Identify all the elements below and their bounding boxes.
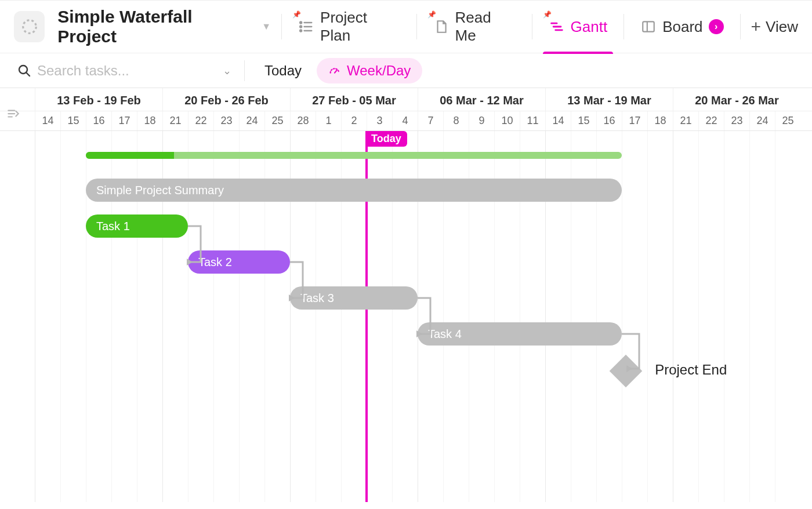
document-icon: [433, 19, 449, 35]
board-icon: [640, 19, 657, 35]
day-header[interactable]: 18: [647, 111, 673, 130]
tab-read-me[interactable]: 📌 Read Me: [427, 0, 521, 53]
search-input[interactable]: [37, 63, 211, 79]
task-bar-3[interactable]: Task 3: [290, 286, 418, 310]
day-header[interactable]: 22: [698, 111, 724, 130]
project-avatar[interactable]: [14, 11, 45, 42]
pin-icon: 📌: [292, 10, 301, 19]
day-header[interactable]: 14: [35, 111, 60, 130]
day-header[interactable]: 4: [392, 111, 418, 130]
task-bar-1[interactable]: Task 1: [86, 214, 188, 238]
day-header[interactable]: 17: [622, 111, 647, 130]
today-button[interactable]: Today: [258, 59, 309, 82]
day-header[interactable]: 11: [520, 111, 545, 130]
day-header[interactable]: 18: [137, 111, 162, 130]
overall-progress-bar[interactable]: [86, 152, 622, 159]
week-header[interactable]: 27 Feb - 05 Mar: [290, 88, 418, 111]
app-header: Simple Waterfall Project ▼ 📌 Project Pla…: [0, 0, 812, 53]
day-header[interactable]: 15: [60, 111, 86, 130]
today-marker-badge: Today: [365, 131, 407, 147]
expand-sidebar-icon[interactable]: [6, 106, 21, 123]
day-header[interactable]: 22: [188, 111, 213, 130]
progress-done: [86, 152, 174, 159]
task-label: Task 1: [96, 220, 130, 233]
day-header[interactable]: 1: [316, 111, 341, 130]
week-header[interactable]: 20 Mar - 26 Mar: [673, 88, 800, 111]
list-icon: [298, 19, 314, 35]
summary-label: Simple Project Summary: [96, 184, 224, 197]
task-label: Task 3: [300, 292, 334, 305]
day-header[interactable]: 17: [111, 111, 137, 130]
day-header[interactable]: 16: [596, 111, 622, 130]
tab-label: Project Plan: [320, 9, 400, 45]
gauge-icon: [328, 64, 341, 77]
chevron-down-icon[interactable]: ⌄: [223, 64, 231, 77]
pin-icon: 📌: [543, 10, 552, 19]
search-icon: [17, 64, 31, 78]
week-header[interactable]: 06 Mar - 12 Mar: [418, 88, 545, 111]
svg-line-14: [335, 70, 337, 73]
day-header[interactable]: 16: [86, 111, 111, 130]
tab-board[interactable]: Board ›: [635, 0, 729, 53]
gantt-chart-body[interactable]: Today Simple Project Summary Task 1 Task…: [0, 131, 812, 502]
timescale-chip[interactable]: Week/Day: [317, 58, 422, 83]
day-header[interactable]: 2: [341, 111, 367, 130]
day-header[interactable]: 24: [749, 111, 775, 130]
svg-point-5: [300, 26, 302, 27]
gantt-toolbar: ⌄ Today Week/Day: [0, 53, 812, 88]
task-label: Task 2: [198, 256, 232, 269]
gantt-icon: [549, 19, 565, 35]
svg-point-4: [300, 21, 302, 23]
day-header[interactable]: 3: [367, 111, 392, 130]
svg-rect-10: [643, 21, 654, 31]
day-header[interactable]: 21: [162, 111, 188, 130]
day-header[interactable]: 7: [418, 111, 443, 130]
tab-label: Read Me: [455, 9, 516, 45]
add-view-button[interactable]: + View: [751, 17, 798, 37]
separator: [740, 14, 741, 39]
svg-point-0: [23, 20, 36, 34]
pin-icon: 📌: [427, 10, 436, 19]
timescale-label: Week/Day: [347, 63, 411, 79]
day-header[interactable]: 8: [443, 111, 469, 130]
week-header[interactable]: 20 Feb - 26 Feb: [162, 88, 290, 111]
tab-label: Gantt: [571, 18, 608, 36]
task-bar-4[interactable]: Task 4: [418, 322, 622, 346]
week-header[interactable]: 13 Feb - 19 Feb: [35, 88, 162, 111]
separator: [416, 14, 417, 39]
day-header[interactable]: 28: [290, 111, 316, 130]
day-header[interactable]: 9: [469, 111, 494, 130]
day-header[interactable]: 15: [571, 111, 596, 130]
gantt-timeline: 13 Feb - 19 Feb 20 Feb - 26 Feb 27 Feb -…: [0, 88, 812, 509]
tab-label: Board: [662, 18, 702, 36]
day-header[interactable]: 25: [775, 111, 800, 130]
chevron-right-icon[interactable]: ›: [709, 19, 724, 34]
search-wrap: [17, 63, 215, 79]
add-view-label: View: [766, 18, 798, 36]
day-header-row: 1415161718212223242528123478910111415161…: [0, 111, 812, 131]
day-header[interactable]: 24: [239, 111, 264, 130]
svg-line-13: [26, 72, 30, 76]
day-header[interactable]: 23: [213, 111, 239, 130]
separator: [244, 60, 245, 81]
svg-point-6: [300, 30, 302, 31]
week-header[interactable]: 13 Mar - 19 Mar: [545, 88, 673, 111]
day-header[interactable]: 23: [724, 111, 749, 130]
tab-gantt[interactable]: 📌 Gantt: [543, 0, 614, 53]
separator: [532, 14, 532, 39]
week-header-row: 13 Feb - 19 Feb 20 Feb - 26 Feb 27 Feb -…: [0, 88, 812, 111]
separator: [281, 14, 282, 39]
loading-circle-icon: [21, 18, 38, 35]
day-header[interactable]: 10: [494, 111, 520, 130]
separator: [624, 14, 624, 39]
task-bar-2[interactable]: Task 2: [188, 250, 290, 274]
day-header[interactable]: 14: [545, 111, 571, 130]
summary-bar[interactable]: Simple Project Summary: [86, 179, 622, 202]
plus-icon: +: [751, 17, 762, 37]
milestone-label: Project End: [655, 362, 727, 378]
tab-project-plan[interactable]: 📌 Project Plan: [292, 0, 406, 53]
day-header[interactable]: 25: [264, 111, 290, 130]
project-title[interactable]: Simple Waterfall Project: [57, 7, 253, 46]
chevron-down-icon[interactable]: ▼: [262, 21, 271, 32]
day-header[interactable]: 21: [673, 111, 698, 130]
